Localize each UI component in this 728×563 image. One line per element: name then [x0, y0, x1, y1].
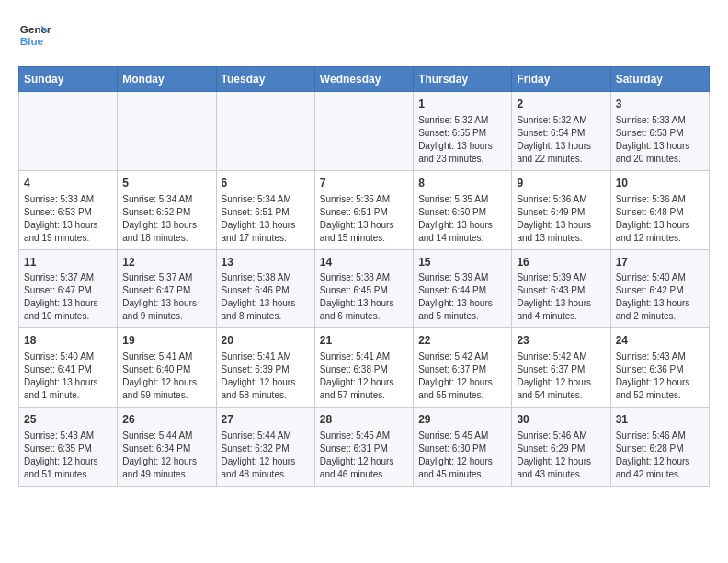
col-sunday: Sunday	[19, 67, 118, 92]
day-content: Sunrise: 5:34 AM Sunset: 6:52 PM Dayligh…	[122, 193, 210, 245]
calendar-cell: 10Sunrise: 5:36 AM Sunset: 6:48 PM Dayli…	[610, 170, 709, 249]
day-number: 30	[517, 412, 605, 428]
calendar-cell: 15Sunrise: 5:39 AM Sunset: 6:44 PM Dayli…	[414, 249, 512, 328]
day-number: 27	[222, 412, 310, 428]
day-content: Sunrise: 5:33 AM Sunset: 6:53 PM Dayligh…	[616, 114, 704, 166]
day-content: Sunrise: 5:43 AM Sunset: 6:36 PM Dayligh…	[616, 350, 704, 402]
day-content: Sunrise: 5:37 AM Sunset: 6:47 PM Dayligh…	[24, 271, 112, 323]
day-number: 14	[320, 255, 408, 270]
day-number: 3	[616, 97, 704, 112]
day-content: Sunrise: 5:40 AM Sunset: 6:41 PM Dayligh…	[24, 350, 112, 402]
calendar-cell: 18Sunrise: 5:40 AM Sunset: 6:41 PM Dayli…	[19, 328, 118, 408]
calendar-cell	[216, 92, 314, 171]
day-number: 25	[24, 412, 112, 428]
svg-text:General: General	[20, 23, 51, 35]
svg-text:Blue: Blue	[20, 35, 44, 47]
calendar-cell: 16Sunrise: 5:39 AM Sunset: 6:43 PM Dayli…	[512, 249, 610, 328]
day-number: 22	[418, 333, 506, 349]
calendar-week-5: 25Sunrise: 5:43 AM Sunset: 6:35 PM Dayli…	[19, 408, 710, 487]
day-content: Sunrise: 5:44 AM Sunset: 6:32 PM Dayligh…	[222, 430, 310, 481]
col-wednesday: Wednesday	[314, 67, 413, 92]
day-number: 31	[616, 412, 704, 428]
day-content: Sunrise: 5:41 AM Sunset: 6:39 PM Dayligh…	[222, 350, 310, 402]
day-number: 29	[418, 412, 506, 428]
calendar-cell: 4Sunrise: 5:33 AM Sunset: 6:53 PM Daylig…	[19, 170, 118, 249]
day-number: 5	[122, 176, 210, 191]
calendar-cell: 22Sunrise: 5:42 AM Sunset: 6:37 PM Dayli…	[414, 328, 512, 408]
day-number: 28	[320, 412, 408, 428]
day-number: 17	[616, 255, 704, 270]
calendar-week-4: 18Sunrise: 5:40 AM Sunset: 6:41 PM Dayli…	[19, 328, 710, 408]
day-content: Sunrise: 5:42 AM Sunset: 6:37 PM Dayligh…	[517, 350, 605, 402]
calendar-cell: 7Sunrise: 5:35 AM Sunset: 6:51 PM Daylig…	[314, 170, 413, 249]
calendar-cell: 12Sunrise: 5:37 AM Sunset: 6:47 PM Dayli…	[118, 249, 216, 328]
day-number: 21	[320, 333, 408, 349]
day-content: Sunrise: 5:41 AM Sunset: 6:40 PM Dayligh…	[122, 350, 210, 402]
calendar-cell: 29Sunrise: 5:45 AM Sunset: 6:30 PM Dayli…	[414, 408, 512, 487]
calendar-cell: 30Sunrise: 5:46 AM Sunset: 6:29 PM Dayli…	[512, 408, 610, 487]
col-saturday: Saturday	[610, 67, 709, 92]
day-content: Sunrise: 5:45 AM Sunset: 6:30 PM Dayligh…	[418, 430, 506, 481]
day-number: 20	[222, 333, 310, 349]
col-tuesday: Tuesday	[216, 67, 314, 92]
calendar-week-3: 11Sunrise: 5:37 AM Sunset: 6:47 PM Dayli…	[19, 249, 710, 328]
day-content: Sunrise: 5:42 AM Sunset: 6:37 PM Dayligh…	[418, 350, 506, 402]
calendar-cell	[118, 92, 216, 171]
col-monday: Monday	[118, 67, 216, 92]
calendar-cell	[314, 92, 413, 171]
day-content: Sunrise: 5:46 AM Sunset: 6:28 PM Dayligh…	[616, 430, 704, 481]
calendar-cell: 9Sunrise: 5:36 AM Sunset: 6:49 PM Daylig…	[512, 170, 610, 249]
day-content: Sunrise: 5:43 AM Sunset: 6:35 PM Dayligh…	[24, 430, 112, 481]
day-number: 6	[222, 176, 310, 191]
calendar-cell: 17Sunrise: 5:40 AM Sunset: 6:42 PM Dayli…	[610, 249, 709, 328]
day-number: 9	[517, 176, 605, 191]
day-number: 11	[24, 255, 112, 270]
calendar-week-2: 4Sunrise: 5:33 AM Sunset: 6:53 PM Daylig…	[19, 170, 710, 249]
logo: General Blue	[18, 18, 51, 52]
calendar-cell: 23Sunrise: 5:42 AM Sunset: 6:37 PM Dayli…	[512, 328, 610, 408]
day-content: Sunrise: 5:46 AM Sunset: 6:29 PM Dayligh…	[517, 430, 605, 481]
day-number: 23	[517, 333, 605, 349]
day-number: 26	[122, 412, 210, 428]
day-content: Sunrise: 5:32 AM Sunset: 6:55 PM Dayligh…	[418, 114, 506, 166]
day-content: Sunrise: 5:36 AM Sunset: 6:49 PM Dayligh…	[517, 193, 605, 245]
calendar-cell: 31Sunrise: 5:46 AM Sunset: 6:28 PM Dayli…	[610, 408, 709, 487]
calendar-cell: 25Sunrise: 5:43 AM Sunset: 6:35 PM Dayli…	[19, 408, 118, 487]
logo-icon: General Blue	[18, 18, 51, 52]
calendar-cell: 24Sunrise: 5:43 AM Sunset: 6:36 PM Dayli…	[610, 328, 709, 408]
day-content: Sunrise: 5:37 AM Sunset: 6:47 PM Dayligh…	[122, 271, 210, 323]
day-content: Sunrise: 5:39 AM Sunset: 6:43 PM Dayligh…	[517, 271, 605, 323]
col-friday: Friday	[512, 67, 610, 92]
calendar-cell: 1Sunrise: 5:32 AM Sunset: 6:55 PM Daylig…	[414, 92, 512, 171]
day-number: 8	[418, 176, 506, 191]
day-number: 2	[517, 97, 605, 112]
calendar-table: Sunday Monday Tuesday Wednesday Thursday…	[18, 66, 710, 487]
day-content: Sunrise: 5:36 AM Sunset: 6:48 PM Dayligh…	[616, 193, 704, 245]
calendar-cell: 20Sunrise: 5:41 AM Sunset: 6:39 PM Dayli…	[216, 328, 314, 408]
calendar-cell: 6Sunrise: 5:34 AM Sunset: 6:51 PM Daylig…	[216, 170, 314, 249]
calendar-cell: 13Sunrise: 5:38 AM Sunset: 6:46 PM Dayli…	[216, 249, 314, 328]
calendar-cell: 5Sunrise: 5:34 AM Sunset: 6:52 PM Daylig…	[118, 170, 216, 249]
calendar-cell: 8Sunrise: 5:35 AM Sunset: 6:50 PM Daylig…	[414, 170, 512, 249]
day-number: 24	[616, 333, 704, 349]
calendar-header: Sunday Monday Tuesday Wednesday Thursday…	[19, 67, 710, 92]
day-content: Sunrise: 5:35 AM Sunset: 6:51 PM Dayligh…	[320, 193, 408, 245]
col-thursday: Thursday	[414, 67, 512, 92]
day-number: 1	[418, 97, 506, 112]
day-number: 18	[24, 333, 112, 349]
calendar-cell: 27Sunrise: 5:44 AM Sunset: 6:32 PM Dayli…	[216, 408, 314, 487]
day-content: Sunrise: 5:32 AM Sunset: 6:54 PM Dayligh…	[517, 114, 605, 166]
day-number: 15	[418, 255, 506, 270]
page-header: General Blue	[18, 18, 710, 52]
day-number: 12	[122, 255, 210, 270]
calendar-cell: 3Sunrise: 5:33 AM Sunset: 6:53 PM Daylig…	[610, 92, 709, 171]
day-content: Sunrise: 5:34 AM Sunset: 6:51 PM Dayligh…	[222, 193, 310, 245]
calendar-cell: 28Sunrise: 5:45 AM Sunset: 6:31 PM Dayli…	[314, 408, 413, 487]
day-number: 4	[24, 176, 112, 191]
day-content: Sunrise: 5:41 AM Sunset: 6:38 PM Dayligh…	[320, 350, 408, 402]
day-content: Sunrise: 5:40 AM Sunset: 6:42 PM Dayligh…	[616, 271, 704, 323]
calendar-cell: 26Sunrise: 5:44 AM Sunset: 6:34 PM Dayli…	[118, 408, 216, 487]
day-number: 13	[222, 255, 310, 270]
day-content: Sunrise: 5:38 AM Sunset: 6:46 PM Dayligh…	[222, 271, 310, 323]
day-number: 19	[122, 333, 210, 349]
